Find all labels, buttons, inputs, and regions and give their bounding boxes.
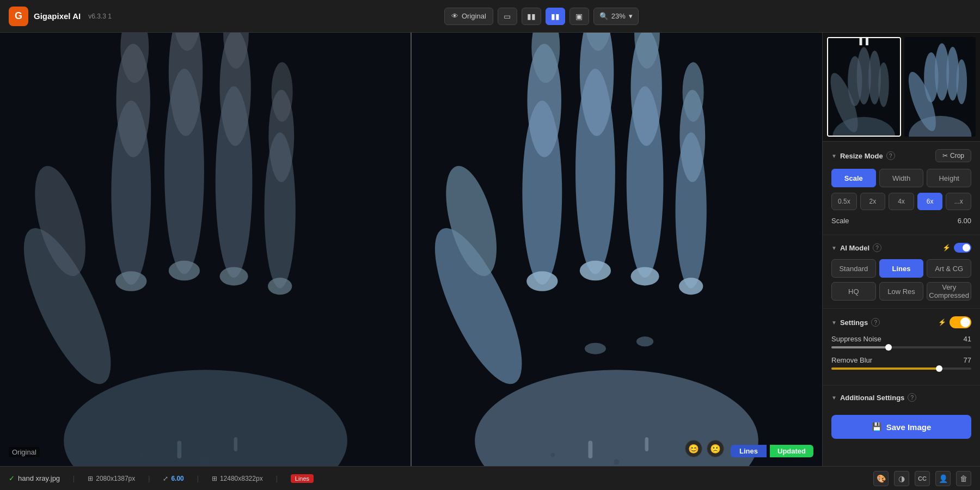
emoji-feedback: 😊 🙁 — [685, 440, 724, 457]
additional-settings-help-icon[interactable]: ? — [908, 393, 916, 402]
ai-model-help-icon[interactable]: ? — [873, 243, 881, 252]
settings-help-icon[interactable]: ? — [871, 318, 880, 327]
delete-icon-btn[interactable]: 🗑 — [956, 471, 971, 486]
resize-mode-title: Resize Mode — [840, 152, 883, 160]
suppress-noise-label: Suppress Noise — [831, 335, 881, 343]
app-logo-icon: G — [9, 7, 28, 26]
svg-point-65 — [956, 59, 967, 104]
svg-rect-47 — [645, 437, 649, 451]
settings-title-row: ▼ Settings ? — [831, 318, 880, 327]
model-badge-lines: Lines — [731, 445, 767, 457]
svg-point-15 — [272, 62, 293, 121]
scale-2x[interactable]: 2x — [860, 193, 886, 210]
additional-settings-title: Additional Settings — [840, 394, 904, 402]
user-icon-btn[interactable]: 👤 — [935, 471, 951, 486]
view-grid-btn[interactable]: ▣ — [569, 8, 589, 25]
svg-point-44 — [550, 453, 555, 457]
status-source-dims: ⊞ 2080x1387px — [88, 475, 135, 482]
thumbnail-item-1[interactable] — [827, 37, 901, 137]
cc-icon-btn[interactable]: CC — [915, 471, 930, 486]
output-icon: ⊞ — [212, 475, 217, 482]
zoom-control[interactable]: 🔍 23% ▾ — [593, 8, 639, 25]
lightning-icon: ⚡ — [942, 244, 951, 252]
scale-label: Scale — [831, 217, 849, 225]
svg-point-42 — [631, 267, 659, 286]
check-icon: ✓ — [9, 474, 15, 482]
svg-point-49 — [636, 336, 653, 346]
ai-model-section: ▼ AI Model ? ⚡ Standard Lines Art & CG H… — [823, 235, 980, 309]
settings-header: ▼ Settings ? ⚡ — [831, 316, 971, 328]
logo-letter: G — [15, 10, 22, 22]
scale-custom[interactable]: ...x — [946, 193, 971, 210]
additional-settings-title-row: ▼ Additional Settings ? — [831, 393, 971, 402]
compare-icon-btn[interactable]: ◑ — [894, 471, 909, 486]
svg-point-45 — [614, 459, 619, 464]
zoom-chevron-icon: ▾ — [629, 12, 633, 20]
view-single-btn[interactable]: ▭ — [498, 8, 517, 25]
palette-icon-btn[interactable]: 🎨 — [873, 471, 889, 486]
status-output-dims: ⊞ 12480x8322px — [212, 475, 263, 482]
resize-help-icon[interactable]: ? — [886, 151, 895, 160]
model-badge-updated: Updated — [770, 445, 813, 457]
remove-blur-row: Remove Blur 77 — [831, 356, 971, 370]
thumbs-up-btn[interactable]: 😊 — [685, 440, 702, 457]
svg-point-17 — [169, 261, 200, 280]
verycompressed-tab[interactable]: Very Compressed — [927, 282, 971, 301]
view-sidebyside-btn[interactable]: ▮▮ — [546, 8, 565, 25]
crop-label: Crop — [950, 152, 964, 160]
status-filename: hand xray.jpg — [18, 474, 60, 482]
logo-area: G Gigapixel AI v6.3.3 1 — [9, 7, 112, 26]
scale-4x[interactable]: 4x — [889, 193, 914, 210]
scale-tab[interactable]: Scale — [831, 169, 876, 187]
scale-value-row: Scale 6.00 — [831, 217, 971, 225]
view-split-btn[interactable]: ▮▮ — [522, 8, 541, 25]
lowres-tab[interactable]: Low Res — [879, 282, 924, 301]
ai-model-chevron-icon: ▼ — [831, 245, 837, 251]
zoom-in-icon: 🔍 — [599, 12, 608, 20]
remove-blur-thumb[interactable] — [936, 365, 942, 372]
save-icon: 💾 — [872, 422, 882, 432]
lines-model-tab[interactable]: Lines — [879, 259, 924, 278]
status-scale: ⤢ 6.00 — [163, 475, 183, 482]
processed-panel: Lines Updated 😊 🙁 — [411, 33, 822, 466]
height-tab[interactable]: Height — [927, 169, 971, 187]
additional-settings-chevron-icon: ▼ — [831, 395, 837, 401]
width-tab[interactable]: Width — [879, 169, 924, 187]
scale-preset-row: 0.5x 2x 4x 6x ...x — [831, 193, 971, 210]
settings-toggle[interactable] — [950, 316, 971, 328]
ai-model-toggle[interactable] — [954, 243, 971, 253]
status-sep-3: | — [197, 475, 199, 482]
standard-model-tab[interactable]: Standard — [831, 259, 876, 278]
compare-divider — [411, 33, 412, 466]
artcg-model-tab[interactable]: Art & CG — [927, 259, 971, 278]
crop-icon: ✂ — [942, 152, 948, 160]
additional-settings-section: ▼ Additional Settings ? — [823, 385, 980, 409]
svg-point-41 — [580, 261, 611, 280]
suppress-noise-track[interactable] — [831, 346, 971, 348]
ai-model-title: AI Model — [840, 244, 869, 252]
remove-blur-label-row: Remove Blur 77 — [831, 356, 971, 364]
suppress-noise-row: Suppress Noise 41 — [831, 335, 971, 348]
original-label: Original — [9, 447, 40, 457]
original-btn-label: Original — [462, 12, 486, 20]
thumbs-down-btn[interactable]: 🙁 — [707, 440, 724, 457]
suppress-noise-fill — [831, 346, 889, 348]
crop-button[interactable]: ✂ Crop — [935, 149, 971, 162]
remove-blur-track[interactable] — [831, 367, 971, 370]
hq-tab[interactable]: HQ — [831, 282, 876, 301]
topbar-center: 👁 Original ▭ ▮▮ ▮▮ ▣ 🔍 23% ▾ — [112, 8, 971, 25]
app-name: Gigapixel AI — [34, 11, 81, 21]
scale-6x[interactable]: 6x — [917, 193, 943, 210]
processed-xray-svg — [411, 33, 822, 466]
original-xray-svg — [0, 33, 411, 466]
svg-point-19 — [268, 278, 292, 295]
suppress-noise-thumb[interactable] — [885, 344, 892, 351]
svg-point-16 — [115, 271, 146, 291]
dims-icon: ⊞ — [88, 475, 93, 482]
resize-mode-section: ▼ Resize Mode ? ✂ Crop Scale Width Heigh… — [823, 142, 980, 235]
quality-tab-row: HQ Low Res Very Compressed — [831, 282, 971, 301]
scale-0-5x[interactable]: 0.5x — [831, 193, 857, 210]
thumbnail-item-2[interactable] — [904, 37, 976, 137]
save-image-button[interactable]: 💾 Save Image — [831, 415, 971, 439]
original-button[interactable]: 👁 Original — [444, 8, 493, 25]
